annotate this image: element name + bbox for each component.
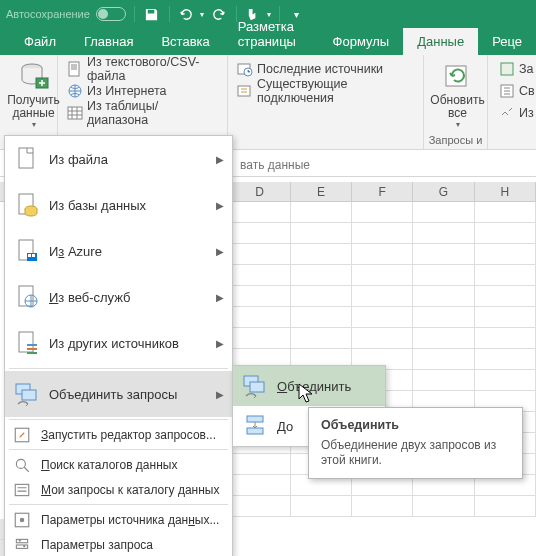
svg-rect-31: [16, 539, 27, 542]
autosave-toggle[interactable]: [96, 7, 126, 21]
svg-rect-36: [250, 382, 264, 392]
col-h[interactable]: H: [475, 182, 536, 201]
from-csv-button[interactable]: Из текстового/CSV-файла: [64, 58, 221, 80]
autosave-label: Автосохранение: [6, 8, 90, 20]
svg-rect-25: [22, 390, 36, 400]
merge-icon: [241, 372, 269, 400]
search-icon: [13, 456, 31, 474]
svg-rect-23: [27, 352, 37, 354]
svg-rect-22: [27, 348, 37, 350]
svg-rect-28: [15, 484, 29, 495]
svg-point-27: [16, 459, 25, 468]
queries-icon: [499, 61, 515, 77]
properties-icon: [499, 83, 515, 99]
submenu-arrow-icon: ▶: [216, 389, 224, 400]
azure-icon: [13, 237, 41, 265]
iz-button[interactable]: Из: [496, 102, 536, 124]
tab-layout[interactable]: Разметка страницы: [224, 13, 319, 55]
tab-insert[interactable]: Вставка: [147, 28, 223, 55]
get-data-menu: Из файла ▶ Из базы данных ▶ Из Azure ▶ И…: [4, 135, 233, 556]
submenu-merge[interactable]: Объединить: [233, 366, 385, 406]
table-icon: [67, 105, 83, 121]
tab-review[interactable]: Реце: [478, 28, 536, 55]
combine-icon: [13, 380, 41, 408]
connection-icon: [237, 83, 253, 99]
za-button[interactable]: За: [496, 58, 536, 80]
from-table-button[interactable]: Из таблицы/диапазона: [64, 102, 221, 124]
file-icon: [13, 145, 41, 173]
menu-my-queries[interactable]: Мои запросы к каталогу данных: [5, 477, 232, 502]
submenu-arrow-icon: ▶: [216, 338, 224, 349]
ribbon-tabs: Файл Главная Вставка Разметка страницы Ф…: [0, 28, 536, 55]
menu-combine-queries[interactable]: Объединить запросы ▶: [5, 371, 232, 417]
svg-point-33: [19, 539, 21, 541]
col-g[interactable]: G: [413, 182, 474, 201]
web-services-icon: [13, 283, 41, 311]
undo-icon[interactable]: [178, 5, 196, 23]
menu-from-other[interactable]: Из других источников ▶: [5, 320, 232, 366]
tooltip-body: Объединение двух запросов из этой книги.: [321, 438, 510, 468]
submenu-arrow-icon: ▶: [216, 154, 224, 165]
refresh-all-button[interactable]: Обновить все ▾: [430, 58, 485, 129]
my-queries-icon: [13, 481, 31, 499]
menu-query-params[interactable]: Параметры запроса: [5, 532, 232, 556]
tab-formulas[interactable]: Формулы: [319, 28, 404, 55]
tooltip: Объединить Объединение двух запросов из …: [308, 407, 523, 479]
transform-hint: вать данные: [240, 158, 310, 172]
menu-source-params[interactable]: Параметры источника данных...: [5, 507, 232, 532]
submenu-arrow-icon: ▶: [216, 246, 224, 257]
queries-group-label: Запросы и: [424, 134, 487, 146]
tab-home[interactable]: Главная: [70, 28, 147, 55]
submenu-arrow-icon: ▶: [216, 200, 224, 211]
svg-rect-11: [19, 148, 33, 168]
undo-dropdown[interactable]: ▾: [200, 10, 204, 19]
source-params-icon: [13, 511, 31, 529]
svg-point-30: [20, 517, 25, 522]
get-data-icon: [18, 60, 50, 92]
text-file-icon: [67, 61, 83, 77]
tab-file[interactable]: Файл: [10, 28, 70, 55]
svg-rect-16: [28, 254, 31, 257]
svg-rect-17: [32, 254, 35, 257]
col-e[interactable]: E: [291, 182, 352, 201]
svg-rect-38: [247, 428, 263, 434]
menu-from-file[interactable]: Из файла ▶: [5, 136, 232, 182]
svg-rect-7: [238, 86, 250, 96]
svg-rect-4: [68, 107, 82, 119]
submenu-arrow-icon: ▶: [216, 292, 224, 303]
globe-icon: [67, 83, 83, 99]
tooltip-title: Объединить: [321, 418, 510, 432]
svg-rect-9: [501, 63, 513, 75]
svg-rect-37: [247, 416, 263, 422]
get-data-button[interactable]: Получить данные ▾: [6, 58, 61, 129]
tab-data[interactable]: Данные: [403, 28, 478, 55]
menu-from-db[interactable]: Из базы данных ▶: [5, 182, 232, 228]
menu-launch-editor[interactable]: Запустить редактор запросов...: [5, 422, 232, 447]
col-f[interactable]: F: [352, 182, 413, 201]
menu-from-azure[interactable]: Из Azure ▶: [5, 228, 232, 274]
refresh-icon: [442, 60, 474, 92]
append-icon: [241, 412, 269, 440]
get-data-label: Получить данные: [7, 94, 60, 120]
other-sources-icon: [13, 329, 41, 357]
existing-connections-button[interactable]: Существующие подключения: [234, 80, 417, 102]
editor-icon: [13, 426, 31, 444]
edit-links-icon: [499, 105, 515, 121]
query-params-icon: [13, 536, 31, 554]
refresh-label: Обновить все: [430, 94, 484, 120]
svg-rect-21: [27, 344, 37, 346]
sv-button[interactable]: Св: [496, 80, 536, 102]
save-icon[interactable]: [143, 5, 161, 23]
svg-point-34: [23, 545, 25, 547]
menu-from-web-services[interactable]: Из веб-служб ▶: [5, 274, 232, 320]
menu-search-catalog[interactable]: Поиск каталогов данных: [5, 452, 232, 477]
svg-rect-32: [16, 545, 27, 548]
col-d[interactable]: D: [229, 182, 290, 201]
database-icon: [13, 191, 41, 219]
recent-icon: [237, 61, 253, 77]
